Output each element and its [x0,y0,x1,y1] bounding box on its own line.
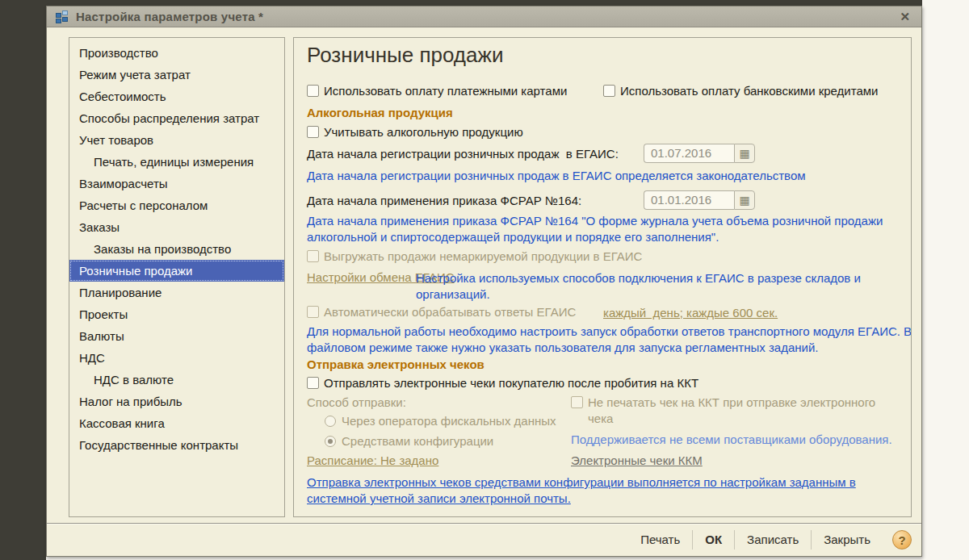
egais-exchange-settings-note: Настройка используемых способов подключе… [416,270,870,303]
checkbox-box-icon[interactable] [307,126,319,138]
payment-cards-label: Использовать оплату платежными картами [324,83,567,99]
fsrar-date-label: Дата начала применения приказа ФСРАР №16… [307,194,644,207]
alcohol-label: Учитывать алкогольную продукцию [324,124,523,140]
egais-date-input[interactable]: 01.07.2016 [644,144,734,163]
sidebar-item[interactable]: НДС [69,347,284,369]
calendar-icon[interactable]: ▦ [734,190,755,210]
email-settings-link[interactable]: Отправка электронных чеков средствами ко… [307,474,872,507]
no-print-label: Не печатать чек на ККТ при отправке элек… [588,395,894,427]
fsrar-date-field[interactable]: 01.01.2016 ▦ [644,190,755,210]
checkbox-box-icon[interactable] [307,85,319,97]
bank-credits-checkbox[interactable]: Использовать оплату банковскими кредитам… [603,83,878,99]
close-button[interactable]: Закрыть [811,530,883,550]
footer-bar: ПечатьОКЗаписатьЗакрыть ? [47,523,921,556]
footer-buttons: ПечатьОКЗаписатьЗакрыть [628,530,883,550]
send-echecks-checkbox[interactable]: Отправлять электронные чеки покупателю п… [307,375,698,391]
send-method-label: Способ отправки: [307,395,406,409]
sidebar-item[interactable]: Способы распределения затрат [69,107,284,129]
radio-selected-icon [325,436,336,447]
ofd-radio: Через оператора фискальных данных [325,414,556,428]
window-titlebar: Настройка параметров учета * ✕ [47,6,921,27]
settings-window: Настройка параметров учета * ✕ Производс… [46,6,922,557]
sidebar-item[interactable]: Налог на прибыль [69,391,284,412]
sidebar-item[interactable]: Режим учета затрат [69,64,284,86]
close-icon[interactable]: ✕ [896,10,913,24]
sidebar-list: ПроизводствоРежим учета затратСебестоимо… [69,42,284,456]
echecks-section-header: Отправка электронных чеков [307,357,484,371]
checkbox-box-icon[interactable] [307,377,319,389]
ok-button[interactable]: ОК [692,530,734,550]
sidebar-item[interactable]: Себестоимость [69,86,284,107]
sidebar-item[interactable]: Заказы [69,216,284,238]
bank-credits-label: Использовать оплату банковскими кредитам… [620,83,878,99]
checkbox-box-icon[interactable] [603,85,615,97]
no-print-note: Поддерживается не всеми поставщиками обо… [571,432,910,448]
sidebar-item[interactable]: Проекты [69,303,284,325]
egais-date-label: Дата начала регистрации розничных продаж… [307,147,644,161]
sidebar-item[interactable]: Печать, единицы измерения [69,151,284,173]
checkbox-box-icon [307,250,319,262]
send-echecks-label: Отправлять электронные чеки покупателю п… [324,375,698,391]
calendar-icon[interactable]: ▦ [734,144,755,163]
form-icon [55,10,69,23]
sidebar-item[interactable]: Учет товаров [69,129,284,151]
save-button[interactable]: Записать [734,530,811,550]
schedule-link[interactable]: Расписание: Не задано [307,453,438,467]
sidebar-item[interactable]: Взаиморасчеты [69,173,284,194]
auto-answers-checkbox: Автоматически обрабатывать ответы ЕГАИС [307,304,576,320]
unmarked-sales-label: Выгружать продажи немаркируемой продукци… [324,249,642,265]
unmarked-sales-checkbox: Выгружать продажи немаркируемой продукци… [307,249,642,265]
checkbox-box-icon [571,396,583,408]
ofd-radio-label: Через оператора фискальных данных [342,414,556,428]
fsrar-date-input[interactable]: 01.01.2016 [644,190,734,210]
sidebar-item[interactable]: Расчеты с персоналом [69,194,284,216]
sidebar: ПроизводствоРежим учета затратСебестоимо… [69,37,285,517]
alcohol-checkbox[interactable]: Учитывать алкогольную продукцию [307,124,523,140]
help-button[interactable]: ? [892,530,912,550]
sidebar-item[interactable]: Планирование [69,282,284,303]
help-label: ? [898,533,905,547]
sidebar-item[interactable]: НДС в валюте [69,369,284,391]
print-button[interactable]: Печать [628,530,692,550]
sidebar-item[interactable]: Валюты [69,325,284,347]
config-radio: Средствами конфигурации [325,434,493,448]
kkm-echecks-link[interactable]: Электронные чеки ККМ [571,453,703,467]
payment-cards-checkbox[interactable]: Использовать оплату платежными картами [307,83,603,99]
checkbox-box-icon [307,306,319,318]
auto-answers-label: Автоматически обрабатывать ответы ЕГАИС [324,304,576,320]
egais-date-note: Дата начала регистрации розничных продаж… [307,168,806,184]
page-title: Розничные продажи [307,43,503,68]
no-print-checkbox: Не печатать чек на ККТ при отправке элек… [571,395,894,427]
sidebar-item[interactable]: Производство [69,42,284,64]
fsrar-note: Дата начала применения приказа ФСРАР №16… [307,213,911,245]
window-title: Настройка параметров учета * [76,10,263,23]
main-panel: Розничные продажи Использовать оплату пл… [293,37,912,517]
sidebar-item[interactable]: Государственные контракты [69,434,284,456]
desktop-background-left [0,0,46,560]
sidebar-item[interactable]: Заказы на производство [69,238,284,260]
egais-date-field[interactable]: 01.07.2016 ▦ [644,144,755,163]
config-radio-label: Средствами конфигурации [342,434,493,448]
sidebar-item[interactable]: Кассовая книга [69,412,284,434]
auto-answers-note: Для нормальной работы необходимо настрои… [307,324,912,356]
sidebar-item-selected[interactable]: Розничные продажи [69,260,284,282]
auto-answers-schedule-link[interactable]: каждый день; каждые 600 сек. [603,306,778,320]
radio-circle-icon [325,416,336,427]
alcohol-section-header: Алкогольная продукция [307,106,453,119]
